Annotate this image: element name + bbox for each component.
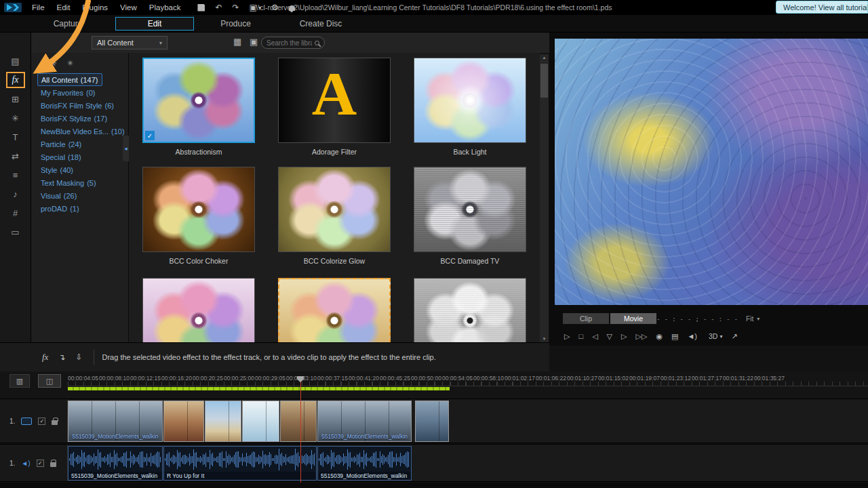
- speaker-icon[interactable]: ◄): [21, 460, 30, 467]
- audio-clip[interactable]: 5515039_MotionElements_walkin: [317, 446, 412, 481]
- transition-room-button[interactable]: ⇄: [6, 148, 25, 164]
- effect-thumbnail[interactable]: ✓: [142, 278, 255, 342]
- welcome-tutorial-button[interactable]: Welcome! View all tutorial vid: [776, 1, 868, 14]
- effect-item[interactable]: ✓: [414, 278, 526, 342]
- play-button[interactable]: ▷: [564, 332, 570, 341]
- track-enable-checkbox[interactable]: ✓: [38, 418, 45, 425]
- movie-mode-button[interactable]: Movie: [610, 313, 656, 324]
- mode-tab[interactable]: Produce: [203, 17, 268, 30]
- undo-icon[interactable]: ↶: [215, 3, 222, 12]
- audio-effect-filter-icon[interactable]: ✴: [66, 58, 75, 68]
- track-enable-checkbox[interactable]: ✓: [37, 460, 44, 467]
- menu-item[interactable]: Plugins: [76, 0, 114, 15]
- clip-mode-button[interactable]: Clip: [563, 313, 609, 324]
- video-clip[interactable]: [163, 401, 204, 442]
- preview-quality-button[interactable]: ▤: [671, 332, 678, 341]
- BCC Color Choker[interactable]: ✓ BCC Color Choker: [142, 167, 255, 266]
- search-input[interactable]: [267, 39, 312, 47]
- search-icon[interactable]: [315, 41, 319, 45]
- track-manager-button[interactable]: ▥: [9, 374, 30, 388]
- video-clip[interactable]: [280, 401, 317, 442]
- BCC Colorize Glow[interactable]: ✓ BCC Colorize Glow: [278, 167, 391, 266]
- menu-item[interactable]: Playback: [143, 0, 187, 15]
- effect-item[interactable]: ✓: [142, 278, 255, 342]
- Abstractionism[interactable]: ✓ Abstractionism: [142, 58, 255, 157]
- subtitle-room-button[interactable]: ▭: [6, 224, 25, 240]
- mode-tab[interactable]: Create Disc: [283, 17, 358, 30]
- content-filter-dropdown[interactable]: All Content ▾: [92, 36, 167, 49]
- video-effect-filter-icon[interactable]: ✳: [49, 58, 57, 68]
- category-item[interactable]: Special (18): [37, 150, 85, 163]
- category-item[interactable]: Visual (26): [37, 189, 80, 202]
- menu-item[interactable]: Edit: [51, 0, 77, 15]
- effect-thumbnail[interactable]: ✓: [142, 167, 255, 252]
- Adorage Filter[interactable]: ✓ Adorage Filter: [278, 58, 391, 157]
- voiceover-room-button[interactable]: ♪: [6, 186, 25, 202]
- video-clip[interactable]: 5515039_MotionElements_walkin: [68, 401, 163, 442]
- panel-collapse-handle[interactable]: ◂: [123, 136, 129, 161]
- effect-thumbnail[interactable]: ✓: [278, 58, 391, 143]
- mode-tab[interactable]: Edit: [115, 17, 194, 30]
- effect-thumbnail[interactable]: ✓: [278, 167, 391, 252]
- category-item[interactable]: Text Masking (5): [37, 176, 100, 189]
- category-item[interactable]: Particle (24): [37, 138, 85, 150]
- undock-preview-button[interactable]: ↗: [731, 332, 737, 341]
- scroll-up-icon[interactable]: ▲: [542, 56, 547, 60]
- effect-room-button[interactable]: fx: [6, 72, 25, 88]
- seek-handle-button[interactable]: ▽: [607, 332, 612, 341]
- Back Light[interactable]: ✓ Back Light: [414, 58, 526, 157]
- effect-thumbnail[interactable]: ✓: [278, 278, 391, 342]
- fast-forward-button[interactable]: ▷▷: [636, 332, 648, 341]
- menu-item[interactable]: View: [114, 0, 143, 15]
- BCC Damaged TV[interactable]: ✓ BCC Damaged TV: [414, 167, 526, 266]
- snapshot-button[interactable]: ◉: [656, 332, 663, 341]
- category-item[interactable]: proDAD (1): [37, 202, 83, 215]
- category-item[interactable]: BorisFX Film Style (6): [37, 99, 117, 112]
- save-icon[interactable]: [197, 4, 205, 12]
- video-clip[interactable]: [205, 401, 241, 442]
- audio-clip[interactable]: 5515039_MotionElements_walkin: [68, 446, 163, 481]
- redo-icon[interactable]: ↷: [233, 3, 239, 12]
- audio-clip[interactable]: R You Up for It: [163, 446, 317, 481]
- video-track-icon[interactable]: [21, 418, 32, 425]
- lock-icon[interactable]: [50, 462, 56, 467]
- scrollbar-thumb[interactable]: [540, 64, 548, 98]
- chapter-room-button[interactable]: #: [6, 205, 25, 221]
- next-frame-button[interactable]: ▷: [621, 332, 627, 341]
- timecode-display[interactable]: - - : - - ; - - : - -: [656, 315, 738, 323]
- category-item[interactable]: BorisFX Stylize (17): [37, 112, 111, 125]
- video-clip[interactable]: [242, 401, 279, 442]
- playhead[interactable]: [300, 377, 301, 483]
- timeline-tool-button[interactable]: ◫: [38, 374, 61, 388]
- zoom-fit-dropdown[interactable]: Fit ▾: [746, 315, 760, 323]
- timeline-ruler[interactable]: 00:00:04:0500:00:08:1000:00:12:1500:00:1…: [68, 373, 868, 386]
- effect-thumbnail[interactable]: ✓: [414, 58, 526, 143]
- category-item[interactable]: NewBlue Video Es... (10): [37, 125, 128, 138]
- download-effect-icon[interactable]: ⇩: [75, 352, 82, 362]
- category-item[interactable]: My Favorites (0): [37, 86, 98, 99]
- previous-frame-button[interactable]: ◁: [592, 332, 597, 341]
- category-item[interactable]: Style (40): [37, 163, 77, 176]
- overlay-room-button[interactable]: ⊞: [6, 91, 25, 107]
- volume-button[interactable]: ◄): [687, 332, 697, 340]
- effect-item[interactable]: ✓: [278, 278, 391, 342]
- video-clip[interactable]: 5515039_MotionElements_walkin: [317, 401, 412, 442]
- title-room-button[interactable]: T: [6, 129, 25, 145]
- menu-item[interactable]: File: [26, 0, 51, 15]
- effect-thumbnail[interactable]: ✓: [414, 167, 526, 252]
- video-clip[interactable]: [415, 401, 449, 442]
- effect-thumbnail[interactable]: ✓: [142, 58, 255, 143]
- scroll-down-icon[interactable]: ▼: [542, 337, 547, 341]
- library-menu-icon[interactable]: ▣: [250, 37, 258, 47]
- timeline-scroll-strip[interactable]: [0, 483, 868, 488]
- lock-icon[interactable]: [52, 420, 58, 425]
- effect-thumbnail[interactable]: ✓: [414, 278, 526, 342]
- particle-room-button[interactable]: ✳: [6, 110, 25, 126]
- library-scrollbar[interactable]: ▲ ▼: [540, 54, 549, 342]
- stop-button[interactable]: □: [578, 332, 583, 340]
- mode-tab[interactable]: Capture: [37, 17, 98, 30]
- category-item[interactable]: All Content (147): [37, 73, 102, 86]
- apply-effect-icon[interactable]: ↴: [58, 352, 65, 362]
- media-room-button[interactable]: ▤: [6, 53, 25, 69]
- grid-view-icon[interactable]: ▦: [233, 37, 241, 47]
